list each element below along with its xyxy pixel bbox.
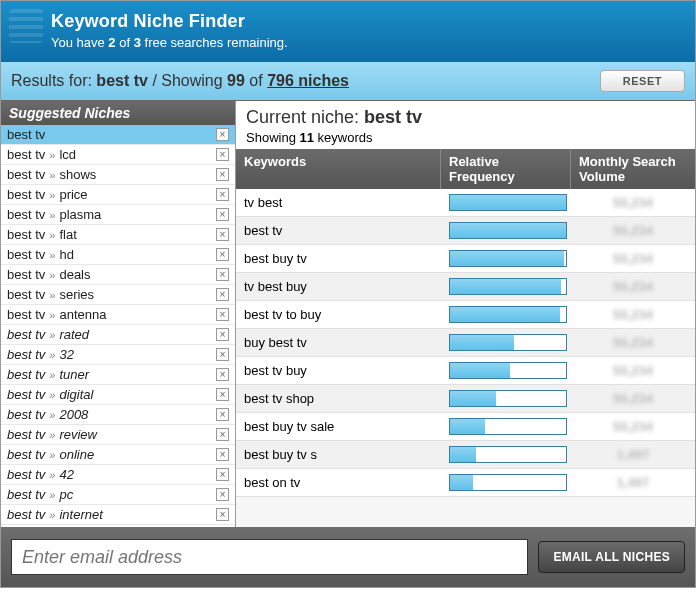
table-row[interactable]: best tv to buy50,234	[236, 301, 695, 329]
table-body[interactable]: tv best50,234best tv50,234best buy tv50,…	[236, 189, 695, 527]
table-row[interactable]: best buy tv sale50,234	[236, 413, 695, 441]
results-label: Results for:	[11, 72, 96, 89]
niche-sub: rated	[59, 327, 89, 342]
niche-base: best tv	[7, 347, 45, 362]
sidebar-item[interactable]: best tv»32×	[1, 345, 235, 365]
remove-niche-icon[interactable]: ×	[216, 268, 229, 281]
sidebar-item[interactable]: best tv»antenna×	[1, 305, 235, 325]
niche-base: best tv	[7, 467, 45, 482]
niche-sub: 32	[59, 347, 73, 362]
sidebar-item[interactable]: best tv»lcd×	[1, 145, 235, 165]
sidebar-item[interactable]: best tv»satellite×	[1, 525, 235, 527]
col-keywords[interactable]: Keywords	[236, 149, 441, 189]
niche-sub: review	[59, 427, 97, 442]
showing-of: of	[245, 72, 267, 89]
col-volume[interactable]: Monthly Search Volume	[571, 149, 695, 189]
remove-niche-icon[interactable]: ×	[216, 468, 229, 481]
sidebar-item[interactable]: best tv»price×	[1, 185, 235, 205]
sidebar-item[interactable]: best tv»hd×	[1, 245, 235, 265]
col-frequency[interactable]: Relative Frequency	[441, 149, 571, 189]
remove-niche-icon[interactable]: ×	[216, 208, 229, 221]
table-row[interactable]: best tv50,234	[236, 217, 695, 245]
niche-sub: pc	[59, 487, 73, 502]
sidebar-item[interactable]: best tv»42×	[1, 465, 235, 485]
remove-niche-icon[interactable]: ×	[216, 408, 229, 421]
frequency-bar	[449, 222, 567, 239]
chevron-right-icon: »	[49, 329, 55, 341]
remove-niche-icon[interactable]: ×	[216, 148, 229, 161]
remove-niche-icon[interactable]: ×	[216, 448, 229, 461]
niche-base: best tv	[7, 167, 45, 182]
table-row[interactable]: buy best tv50,234	[236, 329, 695, 357]
niche-sub: antenna	[59, 307, 106, 322]
content-head: Current niche: best tv Showing 11 keywor…	[236, 101, 695, 149]
sidebar-item[interactable]: best tv»rated×	[1, 325, 235, 345]
sidebar-item[interactable]: best tv»deals×	[1, 265, 235, 285]
chevron-right-icon: »	[49, 369, 55, 381]
chevron-right-icon: »	[49, 169, 55, 181]
sidebar-item[interactable]: best tv»tuner×	[1, 365, 235, 385]
niche-base: best tv	[7, 327, 45, 342]
table-row[interactable]: best on tv1,497	[236, 469, 695, 497]
sidebar-item[interactable]: best tv»flat×	[1, 225, 235, 245]
results-text: Results for: best tv / Showing 99 of 796…	[11, 72, 349, 90]
sidebar-item[interactable]: best tv»review×	[1, 425, 235, 445]
table-row[interactable]: tv best50,234	[236, 189, 695, 217]
cell-frequency	[441, 189, 571, 216]
content-subtitle: Showing 11 keywords	[246, 130, 685, 145]
remove-niche-icon[interactable]: ×	[216, 368, 229, 381]
niche-base: best tv	[7, 247, 45, 262]
remove-niche-icon[interactable]: ×	[216, 248, 229, 261]
sidebar: Suggested Niches best tv×best tv»lcd×bes…	[1, 101, 236, 527]
showing-kw-count: 11	[299, 130, 313, 145]
chevron-right-icon: »	[49, 429, 55, 441]
remove-niche-icon[interactable]: ×	[216, 508, 229, 521]
table-header: Keywords Relative Frequency Monthly Sear…	[236, 149, 695, 189]
remove-niche-icon[interactable]: ×	[216, 168, 229, 181]
remove-niche-icon[interactable]: ×	[216, 308, 229, 321]
cell-volume: 1,497	[571, 470, 695, 495]
email-input[interactable]	[11, 539, 528, 575]
table-row[interactable]: tv best buy50,234	[236, 273, 695, 301]
remove-niche-icon[interactable]: ×	[216, 328, 229, 341]
sidebar-item[interactable]: best tv»internet×	[1, 505, 235, 525]
sidebar-item[interactable]: best tv×	[1, 125, 235, 145]
showing-count: 99	[227, 72, 245, 89]
chevron-right-icon: »	[49, 269, 55, 281]
sidebar-item[interactable]: best tv»plasma×	[1, 205, 235, 225]
cell-volume: 50,234	[571, 414, 695, 439]
remove-niche-icon[interactable]: ×	[216, 228, 229, 241]
sidebar-item[interactable]: best tv»series×	[1, 285, 235, 305]
table-row[interactable]: best tv shop50,234	[236, 385, 695, 413]
remove-niche-icon[interactable]: ×	[216, 348, 229, 361]
sidebar-item[interactable]: best tv»digital×	[1, 385, 235, 405]
reset-button[interactable]: RESET	[600, 70, 685, 92]
cell-volume: 50,234	[571, 246, 695, 271]
chevron-right-icon: »	[49, 209, 55, 221]
remove-niche-icon[interactable]: ×	[216, 288, 229, 301]
cell-frequency	[441, 273, 571, 300]
remove-niche-icon[interactable]: ×	[216, 428, 229, 441]
sidebar-item[interactable]: best tv»online×	[1, 445, 235, 465]
sidebar-item[interactable]: best tv»shows×	[1, 165, 235, 185]
remove-niche-icon[interactable]: ×	[216, 388, 229, 401]
niche-sub: online	[59, 447, 94, 462]
niche-base: best tv	[7, 367, 45, 382]
table-row[interactable]: best tv buy50,234	[236, 357, 695, 385]
niche-base: best tv	[7, 287, 45, 302]
sidebar-item[interactable]: best tv»2008×	[1, 405, 235, 425]
sidebar-item[interactable]: best tv»pc×	[1, 485, 235, 505]
remove-niche-icon[interactable]: ×	[216, 188, 229, 201]
niches-link[interactable]: 796 niches	[267, 72, 349, 89]
email-all-button[interactable]: EMAIL ALL NICHES	[538, 541, 685, 573]
table-row[interactable]: best buy tv50,234	[236, 245, 695, 273]
sidebar-list[interactable]: best tv×best tv»lcd×best tv»shows×best t…	[1, 125, 235, 527]
niche-sub: lcd	[59, 147, 76, 162]
cell-volume: 50,234	[571, 274, 695, 299]
niche-sub: tuner	[59, 367, 89, 382]
niche-sub: internet	[59, 507, 102, 522]
remove-niche-icon[interactable]: ×	[216, 128, 229, 141]
table-row[interactable]: best buy tv s1,497	[236, 441, 695, 469]
cell-keyword: tv best buy	[236, 274, 441, 299]
remove-niche-icon[interactable]: ×	[216, 488, 229, 501]
